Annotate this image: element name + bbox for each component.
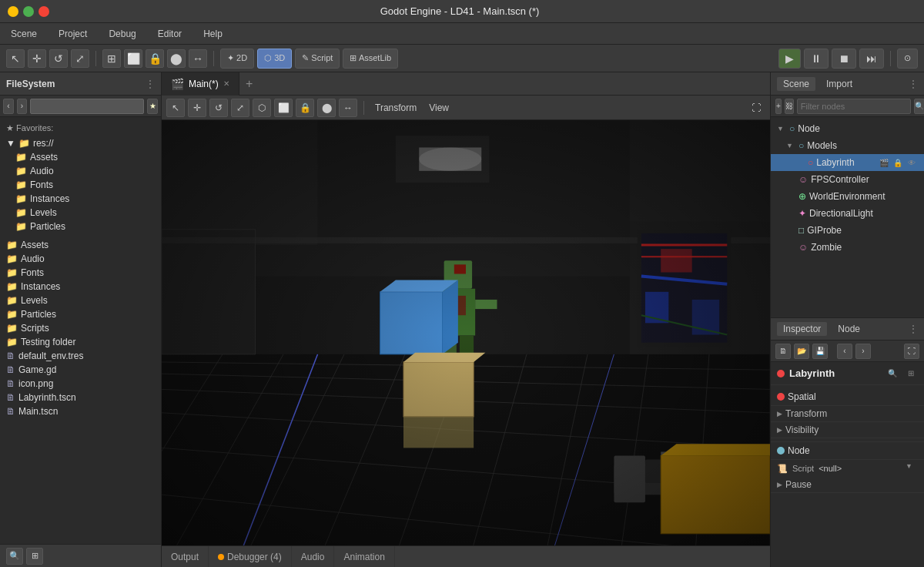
- step-button[interactable]: ⏭: [859, 49, 884, 69]
- vp-group[interactable]: ⬤: [317, 99, 336, 117]
- fs-item-testing[interactable]: 📁 Testing folder: [0, 335, 161, 349]
- minimize-button[interactable]: [8, 6, 18, 17]
- fs-path-input[interactable]: res://: [30, 99, 144, 114]
- tab-debugger[interactable]: Debugger (4): [209, 546, 292, 568]
- tree-node-zombie[interactable]: ☺ Zombie 🎬 🔒 👁: [771, 239, 924, 256]
- viewport-3d[interactable]: [ Perspective ]: [162, 120, 770, 545]
- vp-select-tool[interactable]: ↖: [166, 99, 185, 117]
- menu-project[interactable]: Project: [54, 27, 92, 41]
- stop-button[interactable]: ⏹: [832, 49, 856, 69]
- fs-item-assets[interactable]: 📁 Assets: [0, 238, 161, 252]
- inspector-tab[interactable]: Inspector: [777, 322, 827, 336]
- tool-select[interactable]: ↖: [6, 49, 25, 68]
- remote-debug-button[interactable]: ⊙: [897, 49, 918, 69]
- scene-menu-icon[interactable]: ⋮: [909, 79, 918, 89]
- tree-node-root[interactable]: ▼ ○ Node 👁: [771, 120, 924, 137]
- add-node-button[interactable]: +: [775, 99, 782, 114]
- tab-main[interactable]: 🎬 Main(*) ✕: [162, 72, 239, 96]
- node-visibility-icon[interactable]: 👁: [906, 122, 918, 135]
- filter-search-button[interactable]: 🔍: [914, 99, 924, 114]
- fs-item-labyrinth-tscn[interactable]: 🗎 Labyrinth.tscn: [0, 391, 161, 404]
- vp-scale-tool[interactable]: ⤢: [231, 99, 249, 117]
- tab-animation[interactable]: Animation: [334, 546, 394, 568]
- insp-next-button[interactable]: ›: [855, 344, 871, 359]
- node-visibility-icon[interactable]: 👁: [906, 139, 918, 152]
- menu-help[interactable]: Help: [199, 27, 227, 41]
- tab-close-button[interactable]: ✕: [223, 79, 229, 88]
- node-visibility-icon[interactable]: 👁: [906, 207, 918, 220]
- insp-options-button[interactable]: ⊞: [904, 367, 918, 381]
- play-button[interactable]: ▶: [778, 49, 801, 69]
- visibility-section[interactable]: ▶ Visibility: [771, 422, 924, 438]
- transform-section[interactable]: ▶ Transform: [771, 406, 924, 422]
- node-visibility-icon[interactable]: 👁: [906, 241, 918, 253]
- node-visibility-icon[interactable]: 👁: [906, 156, 918, 169]
- fs-item-audio-fav[interactable]: 📁 Audio: [0, 164, 161, 178]
- node-tab[interactable]: Node: [832, 322, 866, 336]
- mode-3d[interactable]: ⬡ 3D: [257, 49, 292, 69]
- fs-item-main-tscn[interactable]: 🗎 Main.tscn: [0, 404, 161, 418]
- node-lock-icon[interactable]: 🔒: [892, 241, 904, 253]
- menu-scene[interactable]: Scene: [6, 27, 42, 41]
- tree-node-models[interactable]: ▼ ○ Models 👁: [771, 137, 924, 154]
- tool-lock[interactable]: 🔒: [146, 49, 164, 68]
- mode-script[interactable]: ✎ Script: [295, 49, 340, 69]
- tool-snap[interactable]: ⊞: [102, 49, 121, 68]
- close-button[interactable]: [38, 6, 49, 17]
- pause-section[interactable]: ▶ Pause: [771, 477, 924, 493]
- view-label[interactable]: View: [424, 102, 454, 113]
- fs-favorite-button[interactable]: ★: [147, 99, 158, 114]
- fs-item-fonts-fav[interactable]: 📁 Fonts: [0, 178, 161, 192]
- fs-search-button[interactable]: 🔍: [6, 548, 23, 565]
- vp-local[interactable]: ⬜: [274, 99, 293, 117]
- mode-2d[interactable]: ✦ 2D: [220, 49, 254, 69]
- insp-save-button[interactable]: 💾: [812, 344, 828, 359]
- vp-rotate-tool[interactable]: ↺: [209, 99, 228, 117]
- tool-scale[interactable]: ⤢: [71, 49, 89, 68]
- fs-item-audio[interactable]: 📁 Audio: [0, 252, 161, 266]
- transform-label[interactable]: Transform: [370, 102, 421, 113]
- titlebar-window-controls[interactable]: [8, 6, 49, 17]
- maximize-button[interactable]: [23, 6, 34, 17]
- filesystem-menu-icon[interactable]: ⋮: [146, 79, 155, 89]
- vp-move-tool[interactable]: ✛: [188, 99, 206, 117]
- filter-nodes-input[interactable]: [797, 99, 911, 114]
- node-visibility-icon[interactable]: ▼: [906, 224, 918, 237]
- scene-tab-scene[interactable]: Scene: [777, 77, 815, 91]
- tree-node-world-env[interactable]: ⊕ WorldEnvironment 👁: [771, 188, 924, 205]
- vp-snap[interactable]: ⬡: [253, 99, 271, 117]
- fs-item-instances-fav[interactable]: 📁 Instances: [0, 192, 161, 206]
- vp-pivot[interactable]: ↔: [339, 99, 357, 117]
- insp-open-button[interactable]: 📂: [794, 344, 809, 359]
- node-lock-icon[interactable]: 🔒: [892, 156, 904, 169]
- fs-item-particles-fav[interactable]: 📁 Particles: [0, 220, 161, 233]
- fs-back-button[interactable]: ‹: [3, 99, 14, 114]
- fs-item-scripts[interactable]: 📁 Scripts: [0, 321, 161, 335]
- tab-audio[interactable]: Audio: [292, 546, 335, 568]
- fs-item-default-env[interactable]: 🗎 default_env.tres: [0, 349, 161, 363]
- menu-editor[interactable]: Editor: [153, 27, 186, 41]
- tool-use-local[interactable]: ⬜: [124, 49, 142, 68]
- fs-item-levels[interactable]: 📁 Levels: [0, 294, 161, 307]
- fs-forward-button[interactable]: ›: [17, 99, 28, 114]
- fs-item-assets-fav[interactable]: 📁 Assets: [0, 150, 161, 164]
- vp-lock[interactable]: 🔒: [296, 99, 314, 117]
- fs-item-particles[interactable]: 📁 Particles: [0, 307, 161, 321]
- fs-item-game-gd[interactable]: 🗎 Game.gd: [0, 363, 161, 377]
- mode-assetlib[interactable]: ⊞ AssetLib: [343, 49, 398, 69]
- fs-item-icon[interactable]: 🗎 icon.png: [0, 377, 161, 391]
- tree-node-dir-light[interactable]: ✦ DirectionalLight 👁: [771, 205, 924, 222]
- pause-button[interactable]: ⏸: [804, 49, 829, 69]
- tab-add-button[interactable]: +: [239, 74, 259, 94]
- insp-expand-button[interactable]: ⛶: [904, 344, 919, 359]
- script-dropdown-button[interactable]: ▼: [906, 462, 918, 475]
- fs-grid-button[interactable]: ⊞: [26, 548, 43, 565]
- insp-prev-button[interactable]: ‹: [837, 344, 852, 359]
- tool-group[interactable]: ⬤: [167, 49, 186, 68]
- node-film-icon[interactable]: 🎬: [878, 241, 890, 253]
- tree-node-fps[interactable]: ☺ FPSController 🎬 🔒 👁: [771, 171, 924, 188]
- tree-node-gi-probe[interactable]: □ GIProbe ▼: [771, 222, 924, 239]
- tool-pivot[interactable]: ↔: [189, 49, 207, 68]
- insp-new-button[interactable]: 🗎: [775, 344, 791, 359]
- fs-item-fonts[interactable]: 📁 Fonts: [0, 266, 161, 280]
